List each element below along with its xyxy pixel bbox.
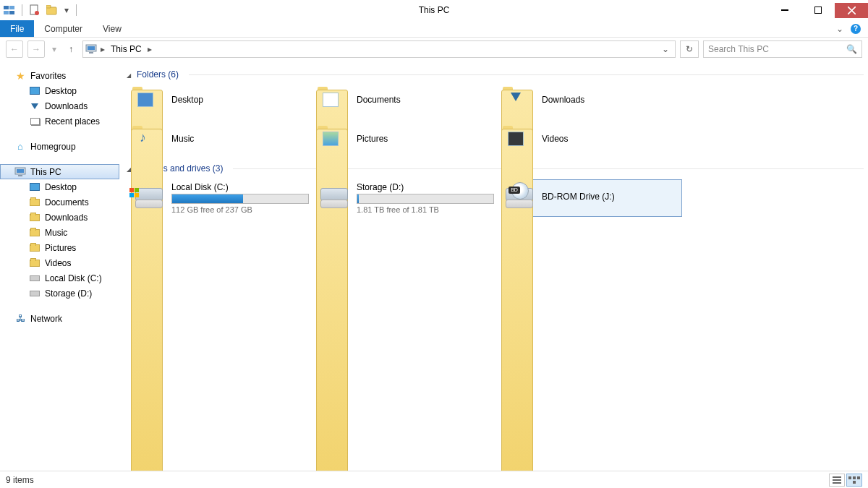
nav-history-dropdown[interactable]: ▾ [49, 40, 59, 58]
close-button[interactable] [835, 3, 868, 18]
nav-item-label: Storage (D:) [45, 288, 92, 299]
nav-item-downloads[interactable]: Downloads [0, 210, 119, 225]
nav-item-music[interactable]: Music [0, 225, 119, 240]
nav-item-label: Downloads [45, 213, 88, 223]
drive-name: BD-ROM Drive (J:) [542, 192, 672, 202]
folder-documents[interactable]: Documents [316, 82, 497, 117]
desktop-icon [30, 183, 40, 191]
group-drives-header[interactable]: Devices and drives (3) [127, 163, 864, 174]
folder-downloads[interactable]: Downloads [501, 82, 682, 117]
content-pane: Folders (6) Desktop Documents Downloads … [119, 61, 868, 471]
nav-network-label: Network [30, 314, 62, 324]
drive-usage-bar [357, 194, 494, 204]
drive-free-text: 112 GB free of 237 GB [171, 205, 302, 214]
optical-drive-icon: BD [504, 182, 535, 211]
nav-item-downloads[interactable]: Downloads [0, 98, 119, 114]
nav-item-desktop[interactable]: Desktop [0, 83, 119, 98]
nav-favorites-label: Favorites [30, 71, 66, 81]
system-menu-icon[interactable] [3, 4, 16, 17]
folder-icon [501, 85, 533, 114]
refresh-button[interactable]: ↻ [680, 40, 699, 58]
chevron-right-icon[interactable]: ▸ [98, 44, 108, 54]
qat-separator [22, 4, 22, 16]
nav-item-desktop[interactable]: Desktop [0, 179, 119, 194]
file-tab[interactable]: File [0, 20, 34, 37]
nav-homegroup[interactable]: ⌂ Homegroup [0, 139, 119, 154]
nav-item-pictures[interactable]: Pictures [0, 240, 119, 255]
new-folder-icon[interactable] [46, 4, 59, 17]
view-tiles-button[interactable] [846, 474, 862, 487]
svg-rect-2 [4, 11, 9, 14]
drive-name: Local Disk (C:) [171, 182, 302, 192]
drive-icon [134, 182, 164, 211]
nav-forward-button[interactable]: → [27, 40, 45, 58]
nav-item-label: Videos [45, 258, 71, 268]
folder-videos[interactable]: Videos [501, 121, 682, 156]
svg-rect-0 [4, 6, 9, 9]
group-folders-label: Folders (6) [137, 69, 179, 80]
folder-label: Pictures [357, 134, 388, 144]
folder-pictures[interactable]: Pictures [316, 121, 497, 156]
drive-icon [30, 291, 40, 296]
maximize-button[interactable] [801, 3, 835, 18]
nav-thispc[interactable]: This PC [0, 164, 119, 179]
drive-name: Storage (D:) [357, 182, 487, 192]
folder-icon [30, 214, 40, 221]
drive-usage-bar [171, 194, 309, 204]
window-title: This PC [0, 5, 868, 15]
drive-free-text: 1.81 TB free of 1.81 TB [357, 205, 487, 214]
nav-favorites[interactable]: ★ Favorites [0, 68, 119, 83]
group-folders-header[interactable]: Folders (6) [127, 69, 864, 80]
ribbon-expand-icon[interactable]: ⌄ [836, 24, 843, 34]
folder-desktop[interactable]: Desktop [131, 82, 312, 117]
nav-item-label: Local Disk (C:) [45, 273, 102, 283]
help-icon[interactable]: ? [851, 24, 861, 34]
svg-rect-8 [781, 9, 788, 11]
folder-label: Music [171, 134, 194, 144]
star-icon: ★ [14, 70, 26, 82]
drive-icon [30, 275, 40, 281]
nav-up-button[interactable]: ↑ [64, 42, 78, 56]
search-icon: 🔍 [846, 44, 857, 54]
search-input[interactable]: Search This PC 🔍 [703, 40, 862, 58]
folder-icon [30, 229, 40, 236]
tab-computer[interactable]: Computer [34, 20, 93, 37]
nav-item-label: Music [45, 228, 67, 238]
windows-logo-icon [129, 188, 140, 198]
search-placeholder: Search This PC [708, 44, 769, 54]
folder-label: Videos [542, 134, 568, 144]
nav-item-documents[interactable]: Documents [0, 194, 119, 210]
qat-dropdown-icon[interactable]: ▾ [63, 4, 70, 17]
collapse-icon [127, 69, 132, 80]
svg-rect-13 [88, 46, 95, 50]
folder-icon [316, 124, 348, 153]
folder-icon [316, 85, 348, 114]
nav-item-localdisk-c[interactable]: Local Disk (C:) [0, 270, 119, 286]
nav-item-videos[interactable]: Videos [0, 255, 119, 270]
desktop-icon [30, 87, 40, 95]
minimize-button[interactable] [768, 3, 801, 18]
nav-item-recent[interactable]: Recent places [0, 114, 119, 129]
nav-item-storage-d[interactable]: Storage (D:) [0, 286, 119, 301]
svg-rect-14 [89, 52, 93, 53]
nav-network[interactable]: 🖧 Network [0, 311, 119, 326]
properties-icon[interactable] [28, 4, 41, 17]
breadcrumb-thispc[interactable]: This PC [108, 44, 145, 54]
address-dropdown-icon[interactable]: ⌄ [658, 44, 673, 54]
view-details-button[interactable] [829, 474, 845, 487]
nav-item-label: Downloads [45, 101, 88, 111]
address-bar[interactable]: ▸ This PC ▸ ⌄ [82, 40, 676, 58]
folder-music[interactable]: ♪ Music [131, 121, 312, 156]
chevron-right-icon[interactable]: ▸ [145, 44, 155, 54]
folder-icon [131, 85, 163, 114]
nav-thispc-label: This PC [30, 167, 61, 177]
nav-back-button[interactable]: ← [6, 40, 23, 58]
svg-rect-3 [9, 11, 14, 14]
recent-icon [30, 118, 40, 125]
folder-label: Documents [357, 95, 401, 105]
folder-label: Downloads [542, 95, 584, 105]
tab-view[interactable]: View [93, 20, 132, 37]
svg-rect-7 [46, 5, 51, 8]
qat-separator [76, 4, 77, 16]
folder-icon [501, 124, 533, 153]
